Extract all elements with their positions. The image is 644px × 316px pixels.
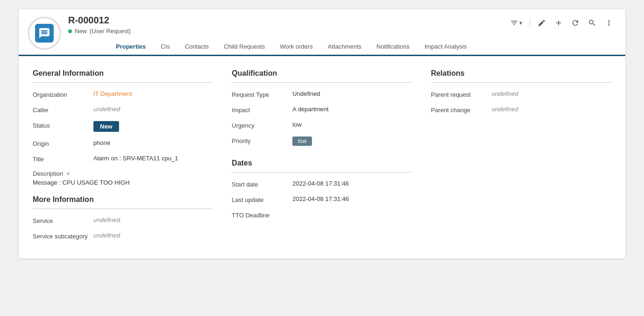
origin-label: Origin xyxy=(33,139,93,147)
more-info-divider xyxy=(33,208,213,209)
parent-req-value: undefined xyxy=(492,90,518,97)
req-type-label: Request Type xyxy=(232,90,292,98)
org-label: Organization xyxy=(33,90,93,98)
priority-label: Priority xyxy=(232,136,292,144)
description-text: Message : CPU USAGE TOO HIGH xyxy=(33,179,213,186)
filter-button[interactable]: ▾ xyxy=(507,17,525,29)
tab-cis[interactable]: CIs xyxy=(153,38,177,56)
general-divider xyxy=(33,82,213,83)
field-title: Title Alarm on : SRV-META11 cpu_1 xyxy=(33,155,213,163)
impact-label: Impact xyxy=(232,106,292,114)
col-relations: Relations Parent request undefined Paren… xyxy=(431,67,611,247)
content: General Information Organization IT Depa… xyxy=(19,56,625,259)
start-date-value: 2022-04-08 17:31:46 xyxy=(292,180,349,187)
logo-circle xyxy=(28,17,61,50)
tab-contacts[interactable]: Contacts xyxy=(177,38,216,56)
field-priority: Priority low xyxy=(232,136,412,146)
col-general: General Information Organization IT Depa… xyxy=(33,67,213,247)
field-service-subcategory: Service subcategory undefined xyxy=(33,232,213,240)
service-sub-value: undefined xyxy=(93,232,120,239)
header: R-000012 New (User Request) Properties C… xyxy=(19,9,625,56)
search-button[interactable] xyxy=(585,17,599,29)
more-info-title: More Information xyxy=(33,195,213,204)
relations-title: Relations xyxy=(431,69,611,78)
status-badge: New xyxy=(93,121,119,132)
field-status: Status New xyxy=(33,121,213,132)
urgency-value: low xyxy=(292,121,302,128)
status-label: Status xyxy=(33,121,93,129)
field-tto-deadline: TTO Deadline xyxy=(232,211,412,219)
record-type: (User Request) xyxy=(90,28,131,35)
description-label-row: Description ✕ xyxy=(33,170,213,177)
record-card: R-000012 New (User Request) Properties C… xyxy=(19,9,625,259)
field-request-type: Request Type Undefined xyxy=(232,90,412,98)
relations-divider xyxy=(431,82,611,83)
toolbar-divider xyxy=(530,18,530,28)
service-value: undefined xyxy=(93,216,120,223)
field-description: Description ✕ Message : CPU USAGE TOO HI… xyxy=(33,170,213,186)
field-origin: Origin phone xyxy=(33,139,213,147)
service-label: Service xyxy=(33,216,93,224)
dates-title: Dates xyxy=(232,159,412,167)
field-organization: Organization IT Department xyxy=(33,90,213,98)
field-service: Service undefined xyxy=(33,216,213,224)
col-qualification: Qualification Request Type Undefined Imp… xyxy=(232,67,412,247)
refresh-button[interactable] xyxy=(568,17,582,29)
service-sub-label: Service subcategory xyxy=(33,232,93,240)
tab-attachments[interactable]: Attachments xyxy=(320,38,369,56)
tab-properties[interactable]: Properties xyxy=(108,38,153,56)
qualification-title: Qualification xyxy=(232,69,412,78)
field-impact: Impact A department xyxy=(232,106,412,114)
field-parent-change: Parent change undefined xyxy=(431,106,611,114)
qualification-divider xyxy=(232,82,412,83)
tab-child-requests[interactable]: Child Requests xyxy=(216,38,272,56)
caller-value: undefined xyxy=(93,106,120,113)
last-update-value: 2022-04-08 17:31:46 xyxy=(292,195,349,202)
toolbar: ▾ xyxy=(507,17,616,29)
tab-impact-analysis[interactable]: Impact Analysis xyxy=(417,38,474,56)
origin-value: phone xyxy=(93,139,110,146)
last-update-label: Last update xyxy=(232,195,292,203)
desc-edit-icon[interactable]: ✕ xyxy=(66,171,71,177)
dates-section: Dates Start date 2022-04-08 17:31:46 Las… xyxy=(232,159,412,219)
title-value: Alarm on : SRV-META11 cpu_1 xyxy=(93,155,178,162)
priority-badge: low xyxy=(292,136,312,146)
main-container: R-000012 New (User Request) Properties C… xyxy=(5,5,639,316)
record-status: New xyxy=(75,28,87,35)
field-urgency: Urgency low xyxy=(232,121,412,129)
desc-label-text: Description xyxy=(33,170,63,177)
edit-button[interactable] xyxy=(535,17,549,29)
caller-label: Caller xyxy=(33,106,93,114)
req-type-value: Undefined xyxy=(292,90,320,97)
parent-change-label: Parent change xyxy=(431,106,492,114)
nav-tabs: Properties CIs Contacts Child Requests W… xyxy=(108,38,616,55)
parent-change-value: undefined xyxy=(492,106,518,113)
tab-work-orders[interactable]: Work orders xyxy=(272,38,320,56)
add-button[interactable] xyxy=(552,17,566,29)
app-icon xyxy=(35,24,54,43)
more-button[interactable] xyxy=(602,17,616,29)
field-caller: Caller undefined xyxy=(33,106,213,114)
more-info-section: More Information Service undefined Servi… xyxy=(33,195,213,240)
status-dot xyxy=(68,29,72,33)
field-last-update: Last update 2022-04-08 17:31:46 xyxy=(232,195,412,203)
parent-req-label: Parent request xyxy=(431,90,492,98)
title-label: Title xyxy=(33,155,93,163)
field-parent-request: Parent request undefined xyxy=(431,90,611,98)
tto-label: TTO Deadline xyxy=(232,211,292,219)
impact-value: A department xyxy=(292,106,328,113)
general-info-title: General Information xyxy=(33,69,213,78)
dates-divider xyxy=(232,172,412,172)
tab-notifications[interactable]: Notifications xyxy=(369,38,417,56)
org-value[interactable]: IT Department xyxy=(93,90,132,97)
start-date-label: Start date xyxy=(232,180,292,188)
field-start-date: Start date 2022-04-08 17:31:46 xyxy=(232,180,412,188)
urgency-label: Urgency xyxy=(232,121,292,129)
